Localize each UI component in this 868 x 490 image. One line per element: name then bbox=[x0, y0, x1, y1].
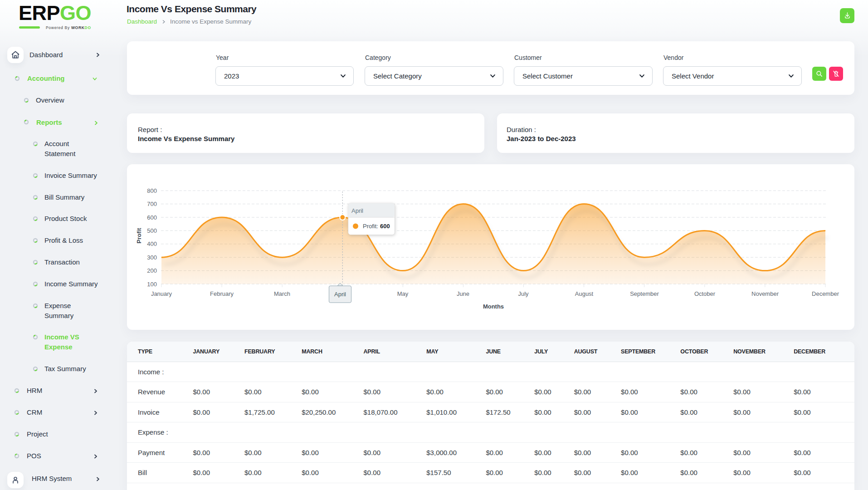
svg-text:February: February bbox=[210, 290, 234, 297]
svg-text:600: 600 bbox=[147, 214, 157, 221]
svg-text:December: December bbox=[812, 290, 839, 297]
svg-text:600: 600 bbox=[380, 223, 390, 230]
svg-text:November: November bbox=[751, 290, 779, 297]
svg-text:July: July bbox=[518, 290, 529, 297]
svg-text:100: 100 bbox=[147, 281, 157, 288]
svg-text:March: March bbox=[274, 290, 290, 297]
svg-text:500: 500 bbox=[147, 227, 157, 234]
svg-text:October: October bbox=[694, 290, 716, 297]
svg-text:May: May bbox=[397, 290, 409, 297]
svg-text:700: 700 bbox=[147, 201, 157, 207]
svg-text:200: 200 bbox=[147, 267, 157, 274]
svg-text:Profit: Profit bbox=[136, 228, 142, 244]
svg-text:Profit:: Profit: bbox=[363, 223, 378, 230]
svg-text:April: April bbox=[351, 207, 363, 214]
svg-text:June: June bbox=[457, 290, 469, 297]
svg-text:400: 400 bbox=[147, 240, 157, 247]
svg-text:300: 300 bbox=[147, 254, 157, 261]
svg-text:August: August bbox=[575, 290, 594, 297]
svg-text:800: 800 bbox=[147, 187, 157, 194]
svg-text:Months: Months bbox=[483, 303, 504, 310]
svg-text:January: January bbox=[151, 290, 172, 297]
svg-text:September: September bbox=[630, 290, 659, 297]
svg-text:April: April bbox=[334, 291, 346, 298]
